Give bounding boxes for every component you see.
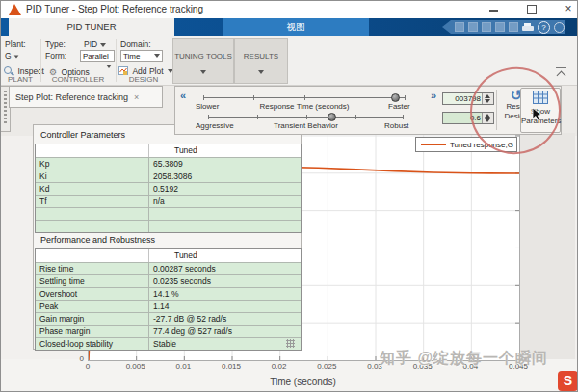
table-cell: Peak xyxy=(36,301,148,312)
section-label-plant: PLANT xyxy=(1,75,39,84)
slider-tick xyxy=(203,95,204,100)
chevron-down-icon xyxy=(100,43,106,47)
performance-table: Tuned Rise time0.00287 secondsSettling t… xyxy=(35,248,302,351)
watermark-text: 知乎 @绽放每一个瞬间 xyxy=(380,349,572,369)
table-cell: 65.3809 xyxy=(148,158,301,170)
quick-access-toolbar: ? xyxy=(442,20,565,34)
collapse-left-icon[interactable]: « xyxy=(180,90,186,101)
form-dropdown[interactable]: Parallel xyxy=(80,50,115,62)
plant-label: Plant: xyxy=(5,39,26,49)
chevron-down-icon xyxy=(258,70,264,74)
domain-value: Time xyxy=(123,52,140,61)
table-cell: Phase margin xyxy=(36,326,148,337)
toolbar-divider xyxy=(496,90,497,130)
transient-input[interactable]: 0.6 xyxy=(442,112,494,124)
show-parameters-button[interactable]: Show Parameters xyxy=(520,88,561,133)
response-time-stepper[interactable] xyxy=(482,93,493,104)
panel-resize-grip[interactable] xyxy=(286,339,295,348)
chevron-down-icon xyxy=(200,70,206,74)
table-cell: Settling time xyxy=(36,275,148,287)
table-cell: 1.14 xyxy=(148,301,301,312)
table-row: Peak1.14 xyxy=(36,300,301,312)
table-row: Settling time0.0235 seconds xyxy=(36,274,301,287)
section-label-tuning-tools: TUNING TOOLS xyxy=(173,52,233,61)
more-options-icon[interactable] xyxy=(554,22,565,33)
table-row: Tfn/a xyxy=(36,195,301,207)
copy-icon[interactable] xyxy=(482,22,491,32)
table-cell xyxy=(148,208,301,220)
step-down-icon[interactable] xyxy=(485,99,490,103)
form-value: Parallel xyxy=(83,52,109,61)
type-label: Type: xyxy=(45,39,66,49)
table-cell: Kp xyxy=(36,158,148,170)
slider-tick xyxy=(355,115,356,119)
tab-view[interactable]: 视图 xyxy=(223,18,369,36)
expand-right-icon[interactable]: » xyxy=(431,90,436,101)
slider-tick xyxy=(304,95,305,100)
slider-label-robust: Robust xyxy=(384,121,408,130)
table-header-row: Tuned xyxy=(36,144,301,157)
step-down-icon[interactable] xyxy=(485,118,490,122)
undo-icon[interactable] xyxy=(495,22,505,32)
help-icon[interactable]: ? xyxy=(538,21,550,34)
maximize-icon[interactable] xyxy=(527,5,537,14)
parameters-panel: Controller Parameters Tuned Kp65.3809Ki2… xyxy=(33,124,302,350)
table-cell xyxy=(36,208,148,220)
transient-stepper[interactable] xyxy=(482,113,493,123)
table-cell: 2058.3086 xyxy=(148,170,301,182)
step-up-icon[interactable] xyxy=(485,114,490,118)
table-body: Rise time0.00287 secondsSettling time0.0… xyxy=(36,262,301,350)
step-up-icon[interactable] xyxy=(485,94,490,98)
slider-tick xyxy=(355,95,355,100)
close-icon[interactable]: × xyxy=(558,2,578,15)
plot-legend: Tuned response,G xyxy=(415,137,517,152)
table-cell: Tf xyxy=(36,196,148,207)
type-dropdown[interactable]: PID xyxy=(84,39,106,49)
controller-parameters-title: Controller Parameters xyxy=(40,130,125,140)
slider-tick xyxy=(306,115,307,119)
x-tick-label: 0.025 xyxy=(307,362,346,371)
domain-dropdown[interactable]: Time xyxy=(120,50,163,62)
x-tick-label: 0.02 xyxy=(260,362,299,371)
table-cell: 77.4 deg @ 527 rad/s xyxy=(148,326,301,337)
table-row: Kd0.5192 xyxy=(36,182,301,195)
collapse-ribbon-icon[interactable] xyxy=(555,67,567,79)
section-tuning-tools[interactable]: TUNING TOOLS xyxy=(172,38,234,84)
show-parameters-label-2: Parameters xyxy=(521,117,560,126)
chevron-down-icon xyxy=(14,55,19,58)
table-cell: 0.0235 seconds xyxy=(148,275,301,287)
plant-dropdown[interactable]: G xyxy=(5,51,19,61)
response-time-input[interactable]: 003798 xyxy=(442,92,494,105)
tab-step-plot[interactable]: Step Plot: Reference tracking × xyxy=(9,86,163,108)
redo-icon[interactable] xyxy=(509,22,518,32)
print-icon[interactable] xyxy=(522,23,534,32)
table-row: Rise time0.00287 seconds xyxy=(36,262,301,274)
transient-slider-handle[interactable] xyxy=(328,113,336,121)
table-row: Kp65.3809 xyxy=(36,157,301,170)
slider-tick xyxy=(405,95,406,100)
controller-parameters-table: Tuned Kp65.3809Ki2058.3086Kd0.5192Tfn/a xyxy=(35,144,302,233)
x-tick-label: 0.005 xyxy=(117,362,155,371)
tab-pid-tuner[interactable]: PID TUNER xyxy=(9,18,174,36)
slider-tick xyxy=(253,95,254,100)
tab-close-icon[interactable]: × xyxy=(134,92,139,102)
table-cell: Stable xyxy=(148,338,301,350)
table-row: Phase margin77.4 deg @ 527 rad/s xyxy=(36,325,301,337)
x-tick-label: 0.01 xyxy=(164,362,202,371)
watermark-logo: S xyxy=(558,371,578,391)
table-cell: n/a xyxy=(148,196,301,207)
performance-title: Performance and Robustness xyxy=(40,235,155,245)
table-cell: Kd xyxy=(36,183,148,195)
save-icon[interactable] xyxy=(455,22,464,32)
cut-icon[interactable] xyxy=(468,22,478,32)
section-results[interactable]: RESULTS xyxy=(234,38,288,84)
table-row xyxy=(36,220,301,232)
slider-title-response-time: Response Time (seconds) xyxy=(203,102,406,111)
response-time-slider-handle[interactable] xyxy=(391,93,400,102)
vertical-tab-text xyxy=(4,91,7,125)
x-tick-label: 0 xyxy=(68,362,107,371)
title-bar: PID Tuner - Step Plot: Reference trackin… xyxy=(1,1,578,18)
x-axis-title: Time (seconds) xyxy=(88,377,518,387)
table-row: Closed-loop stabilityStable xyxy=(36,337,301,350)
minimize-icon[interactable] xyxy=(489,10,498,12)
